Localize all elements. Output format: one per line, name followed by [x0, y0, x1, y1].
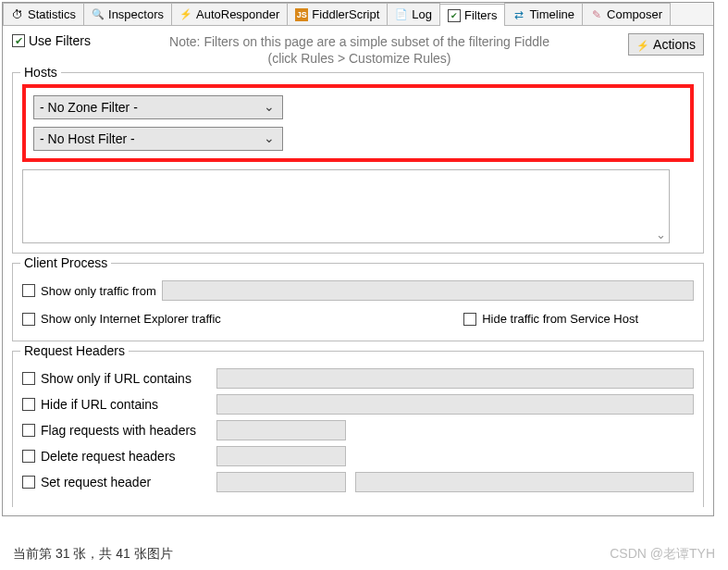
- tab-label: FiddlerScript: [312, 7, 379, 21]
- client-process-group: Client Process Show only traffic from Sh…: [12, 263, 704, 341]
- tab-label: Log: [412, 7, 432, 21]
- actions-button[interactable]: Actions: [628, 33, 704, 56]
- js-icon: JS: [295, 8, 308, 21]
- document-icon: [395, 8, 408, 21]
- tab-timeline[interactable]: Timeline: [504, 3, 583, 25]
- tab-autoresponder[interactable]: AutoResponder: [171, 3, 288, 25]
- filters-note: Note: Filters on this page are a simple …: [105, 33, 613, 67]
- hide-service-host-checkbox[interactable]: [463, 313, 476, 326]
- delete-headers-checkbox[interactable]: [22, 450, 35, 463]
- show-if-url-checkbox[interactable]: [22, 372, 35, 385]
- label: Show only if URL contains: [41, 371, 191, 386]
- tab-label: Timeline: [529, 7, 574, 21]
- label: Hide if URL contains: [41, 397, 158, 412]
- fiddler-filters-panel: Statistics Inspectors AutoResponder JSFi…: [2, 2, 714, 516]
- tab-strip: Statistics Inspectors AutoResponder JSFi…: [3, 3, 713, 26]
- label: Hide traffic from Service Host: [482, 312, 638, 326]
- tab-inspectors[interactable]: Inspectors: [83, 3, 172, 25]
- hosts-group: Hosts - No Zone Filter - - No Host Filte…: [12, 72, 704, 254]
- tab-log[interactable]: Log: [387, 3, 440, 25]
- tab-label: Inspectors: [108, 7, 164, 21]
- lightning-icon: [636, 37, 649, 52]
- watermark: CSDN @老谭TYH: [610, 546, 715, 563]
- hide-if-url-input[interactable]: [216, 394, 694, 415]
- actions-label: Actions: [653, 37, 696, 52]
- request-headers-group: Request Headers Show only if URL contain…: [12, 351, 704, 507]
- hosts-legend: Hosts: [20, 65, 61, 80]
- use-filters-checkbox[interactable]: Use Filters: [12, 33, 91, 48]
- label: Set request header: [41, 475, 151, 489]
- label: Show only traffic from: [41, 284, 156, 298]
- bolt-icon: [179, 8, 192, 21]
- zone-filter-dropdown[interactable]: - No Zone Filter -: [33, 95, 283, 119]
- label: Delete request headers: [41, 449, 176, 464]
- set-header-name-input[interactable]: [216, 472, 346, 492]
- host-filter-dropdown[interactable]: - No Host Filter -: [33, 127, 283, 151]
- hide-if-url-checkbox[interactable]: [22, 398, 35, 411]
- show-only-traffic-from-checkbox[interactable]: [22, 284, 35, 297]
- tab-label: Statistics: [28, 7, 76, 21]
- filters-content: Use Filters Note: Filters on this page a…: [3, 26, 713, 507]
- edit-icon: [590, 8, 603, 21]
- tab-fiddlerscript[interactable]: JSFiddlerScript: [287, 3, 388, 25]
- delete-headers-input[interactable]: [216, 446, 346, 466]
- checkbox-checked-icon: [448, 9, 461, 22]
- checkbox-icon: [12, 34, 25, 47]
- tab-filters[interactable]: Filters: [439, 4, 505, 26]
- tab-label: AutoResponder: [196, 7, 279, 21]
- page-counter: 当前第 31 张，共 41 张图片: [13, 546, 173, 563]
- highlight-box: - No Zone Filter - - No Host Filter -: [22, 84, 694, 162]
- use-filters-label: Use Filters: [29, 33, 91, 48]
- tab-label: Composer: [607, 7, 662, 21]
- set-header-value-input[interactable]: [355, 472, 694, 492]
- clock-icon: [11, 8, 24, 21]
- timeline-icon: [512, 8, 525, 21]
- set-header-checkbox[interactable]: [22, 476, 35, 489]
- tab-label: Filters: [464, 8, 497, 22]
- label: Flag requests with headers: [41, 423, 196, 438]
- show-only-ie-checkbox[interactable]: [22, 313, 35, 326]
- magnifier-icon: [92, 8, 105, 21]
- hosts-textarea[interactable]: ⌄: [22, 169, 670, 243]
- chevron-down-icon[interactable]: ⌄: [654, 228, 667, 241]
- tab-statistics[interactable]: Statistics: [3, 3, 84, 25]
- client-process-legend: Client Process: [20, 255, 111, 270]
- tab-composer[interactable]: Composer: [582, 3, 671, 25]
- label: Show only Internet Explorer traffic: [41, 312, 221, 326]
- flag-headers-checkbox[interactable]: [22, 424, 35, 437]
- process-dropdown[interactable]: [162, 280, 694, 301]
- flag-headers-input[interactable]: [216, 420, 346, 440]
- request-headers-legend: Request Headers: [20, 343, 129, 358]
- show-if-url-input[interactable]: [216, 368, 694, 389]
